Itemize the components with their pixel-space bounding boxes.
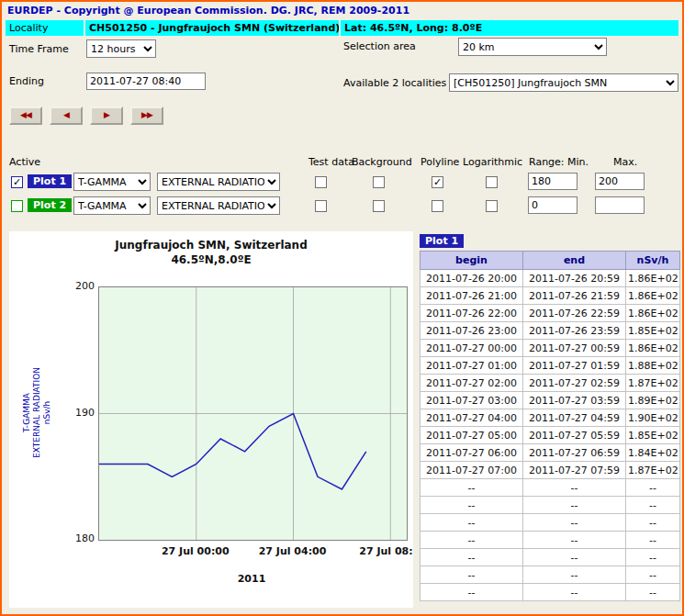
time-frame-select[interactable]: 12 hours bbox=[86, 39, 156, 58]
table-cell: 2011-07-26 21:00 bbox=[420, 287, 523, 305]
table-row: 2011-07-26 20:002011-07-26 20:591.86E+02 bbox=[420, 270, 680, 287]
table-cell: 1.87E+02 bbox=[626, 375, 680, 392]
table-row: 2011-07-27 07:002011-07-27 07:591.87E+02 bbox=[420, 462, 680, 479]
locality-value-cell: CH501250 - Jungfraujoch SMN (Switzerland… bbox=[85, 20, 339, 36]
locality-label: Locality bbox=[9, 22, 48, 34]
y-axis-title-line3: nSv/h bbox=[42, 321, 52, 505]
table-plot-badge: Plot 1 bbox=[420, 234, 464, 248]
x-tick-label: 27 Jul 00:00 bbox=[154, 545, 237, 557]
data-table-body: 2011-07-26 20:002011-07-26 20:591.86E+02… bbox=[420, 270, 680, 601]
plot1-type-select[interactable]: T-GAMMA bbox=[73, 173, 151, 191]
table-cell: 2011-07-27 02:00 bbox=[420, 375, 523, 392]
table-cell: -- bbox=[523, 566, 626, 584]
nav-first-button[interactable]: ◀◀ bbox=[9, 106, 42, 125]
y-axis-title: T-GAMMA EXTERNAL RADIATION nSv/h bbox=[22, 321, 52, 505]
table-cell: 2011-07-27 01:00 bbox=[420, 357, 523, 375]
plot1-quantity-select[interactable]: EXTERNAL RADIATION bbox=[157, 173, 280, 191]
plot2-logarithmic-checkbox[interactable] bbox=[486, 200, 498, 212]
plot1-background-checkbox[interactable] bbox=[373, 176, 385, 188]
test-data-column-label: Test data bbox=[308, 156, 354, 168]
plot1-logarithmic-checkbox[interactable] bbox=[486, 176, 498, 188]
table-cell: -- bbox=[420, 479, 523, 497]
table-cell: -- bbox=[523, 497, 626, 514]
table-cell: -- bbox=[523, 584, 626, 601]
nav-prev-button[interactable]: ◀ bbox=[50, 106, 83, 125]
table-header-end: end bbox=[523, 252, 626, 270]
plot1-polyline-checkbox[interactable]: ✓ bbox=[432, 176, 443, 188]
table-cell: -- bbox=[523, 514, 626, 532]
table-cell: -- bbox=[626, 514, 680, 532]
plot2-quantity-select[interactable]: EXTERNAL RADIATION bbox=[157, 196, 280, 215]
y-tick-label: 200 bbox=[64, 280, 95, 292]
table-row: 2011-07-26 21:002011-07-26 21:591.86E+02 bbox=[420, 287, 680, 305]
table-cell: -- bbox=[626, 479, 680, 497]
table-cell: -- bbox=[523, 532, 626, 549]
active-column-label: Active bbox=[9, 156, 40, 168]
table-cell: 1.86E+02 bbox=[626, 305, 680, 322]
table-header-begin: begin bbox=[420, 252, 523, 270]
table-row: 2011-07-27 02:002011-07-27 02:591.87E+02 bbox=[420, 375, 680, 392]
ending-input[interactable] bbox=[86, 73, 206, 90]
table-cell: -- bbox=[626, 497, 680, 514]
x-axis-title: 2011 bbox=[206, 573, 297, 585]
range-min-column-label: Range: Min. bbox=[529, 156, 589, 168]
background-column-label: Background bbox=[352, 156, 412, 168]
plot1-test-data-checkbox[interactable] bbox=[315, 176, 327, 188]
table-cell: 2011-07-27 02:59 bbox=[523, 375, 626, 392]
table-cell: 1.88E+02 bbox=[626, 357, 680, 375]
plot1-active-checkbox[interactable]: ✓ bbox=[11, 176, 23, 188]
table-cell: 1.86E+02 bbox=[626, 287, 680, 305]
plot2-type-select[interactable]: T-GAMMA bbox=[73, 196, 151, 215]
range-max-column-label: Max. bbox=[613, 156, 637, 168]
table-row: 2011-07-27 01:002011-07-27 01:591.88E+02 bbox=[420, 357, 680, 375]
localities-select[interactable]: [CH501250] Jungfraujoch SMN bbox=[449, 73, 678, 92]
table-cell: -- bbox=[420, 584, 523, 601]
table-cell: 2011-07-26 20:59 bbox=[523, 270, 626, 287]
table-cell: -- bbox=[420, 532, 523, 549]
plot1-range-max-input[interactable] bbox=[595, 173, 645, 190]
plot2-active-checkbox[interactable] bbox=[11, 200, 23, 212]
table-row: 2011-07-27 05:002011-07-27 05:591.85E+02 bbox=[420, 427, 680, 444]
selection-area-label: Selection area bbox=[343, 40, 416, 52]
table-cell: 2011-07-26 22:00 bbox=[420, 305, 523, 322]
nav-last-button[interactable]: ▶▶ bbox=[130, 106, 163, 125]
y-axis-title-line1: T-GAMMA bbox=[22, 321, 32, 505]
plot2-polyline-checkbox[interactable] bbox=[432, 200, 443, 212]
table-row: ------ bbox=[420, 532, 680, 549]
eurdep-app: EURDEP - Copyright @ European Commission… bbox=[0, 0, 684, 616]
table-cell: 2011-07-26 23:59 bbox=[523, 322, 626, 340]
time-frame-label: Time Frame bbox=[9, 43, 69, 55]
plot1-range-min-input[interactable] bbox=[528, 173, 577, 190]
table-cell: -- bbox=[420, 566, 523, 584]
table-cell: 2011-07-27 01:59 bbox=[523, 357, 626, 375]
data-table: begin end nSv/h 2011-07-26 20:002011-07-… bbox=[420, 251, 680, 601]
table-row: ------ bbox=[420, 584, 680, 601]
plot2-test-data-checkbox[interactable] bbox=[315, 200, 327, 212]
table-cell: 2011-07-26 21:59 bbox=[523, 287, 626, 305]
table-cell: -- bbox=[420, 514, 523, 532]
table-cell: -- bbox=[523, 479, 626, 497]
y-axis-title-line2: EXTERNAL RADIATION bbox=[32, 321, 42, 505]
table-cell: 2011-07-27 03:00 bbox=[420, 392, 523, 409]
coords-cell: Lat: 46.5ºN, Long: 8.0ºE bbox=[341, 20, 678, 36]
page-title: EURDEP - Copyright @ European Commission… bbox=[7, 5, 409, 17]
plot2-range-min-input[interactable] bbox=[528, 196, 577, 214]
plot2-range-max-input[interactable] bbox=[595, 196, 645, 214]
polyline-column-label: Polyline bbox=[420, 156, 459, 168]
selection-area-select[interactable]: 20 km bbox=[458, 38, 607, 56]
nav-next-button[interactable]: ▶ bbox=[90, 106, 123, 125]
chart-subtitle: 46.5ºN,8.0ºE bbox=[9, 253, 413, 266]
table-cell: 2011-07-27 00:00 bbox=[420, 340, 523, 357]
table-row: 2011-07-27 04:002011-07-27 04:591.90E+02 bbox=[420, 409, 680, 427]
table-row: 2011-07-27 03:002011-07-27 03:591.89E+02 bbox=[420, 392, 680, 409]
table-cell: 2011-07-27 00:59 bbox=[523, 340, 626, 357]
table-header-value: nSv/h bbox=[626, 252, 680, 270]
table-cell: 2011-07-27 06:00 bbox=[420, 444, 523, 462]
plot-area bbox=[98, 286, 408, 541]
table-cell: -- bbox=[420, 497, 523, 514]
plot2-background-checkbox[interactable] bbox=[373, 200, 385, 212]
table-cell: 1.87E+02 bbox=[626, 462, 680, 479]
table-cell: -- bbox=[626, 532, 680, 549]
table-cell: 1.89E+02 bbox=[626, 392, 680, 409]
table-cell: 2011-07-26 23:00 bbox=[420, 322, 523, 340]
